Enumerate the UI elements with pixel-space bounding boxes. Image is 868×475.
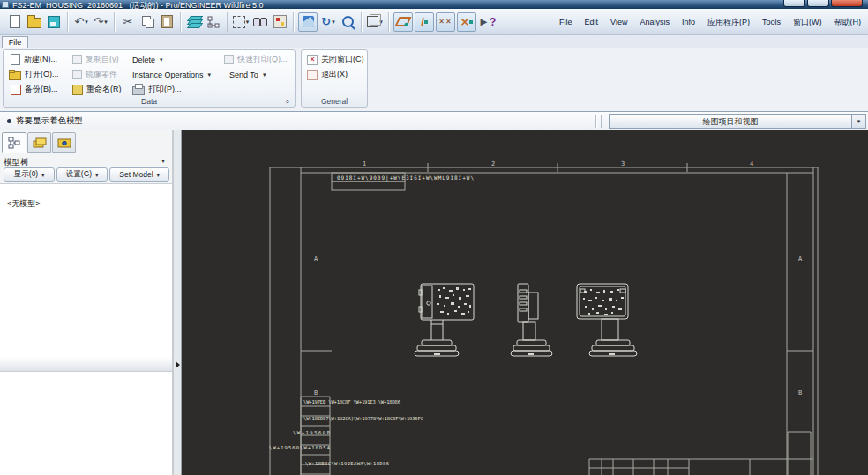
shaded-view-icon[interactable] xyxy=(298,12,318,32)
panel-splitter[interactable] xyxy=(173,130,182,475)
drawing-view-rear[interactable] xyxy=(577,284,637,356)
open-file-icon xyxy=(9,71,21,80)
close-button[interactable] xyxy=(831,0,863,7)
ribbon-group-data: 新建(N)... 复制自(y) Delete▾ 快速打印(Q)... 打开(O)… xyxy=(3,49,296,108)
tab-model-tree[interactable] xyxy=(2,132,26,153)
ribbon-group-general: ✕ 关闭窗口(C) 退出(X) General xyxy=(301,49,368,108)
panel-menu-arrow-icon[interactable]: ▾ xyxy=(161,157,165,165)
save-icon[interactable] xyxy=(45,12,63,32)
toolbar-separator xyxy=(180,12,181,32)
find-icon[interactable] xyxy=(251,12,269,32)
svg-text:A: A xyxy=(314,256,318,263)
menu-window[interactable]: 窗口(W) xyxy=(793,17,822,28)
datum-axes-toggle-icon[interactable]: / xyxy=(415,12,434,32)
maximize-button[interactable] xyxy=(807,0,829,7)
print-button[interactable]: 打印(P)... xyxy=(132,83,182,96)
title-block xyxy=(589,432,813,475)
menu-edit[interactable]: Edit xyxy=(585,18,599,26)
new-button[interactable]: 新建(N)... xyxy=(11,53,57,66)
menu-bar: File Edit View Analysis Info 应用程序(P) Too… xyxy=(559,9,861,35)
menu-file[interactable]: File xyxy=(559,18,572,26)
favorites-folder-icon xyxy=(57,137,71,148)
svg-text:\W+18B8C\W+192EAWA\W+18D86: \W+18B8C\W+192EAWA\W+18D86 xyxy=(305,461,389,466)
datum-planes-toggle-icon[interactable] xyxy=(393,12,413,32)
menu-tools[interactable]: Tools xyxy=(762,18,781,26)
menu-help[interactable]: 帮助(H) xyxy=(834,17,862,28)
rename-button[interactable]: 重命名(R) xyxy=(72,83,122,96)
menu-applications[interactable]: 应用程序(P) xyxy=(707,17,750,28)
send-to-button[interactable]: Send To▾ xyxy=(229,68,266,81)
top-note: 09I8I+W\9009|+W\E3I6I+W\WML9I8I+W\ xyxy=(332,173,474,190)
new-file-icon xyxy=(11,54,20,65)
chevron-down-icon[interactable]: ▾ xyxy=(851,115,865,128)
redo-icon[interactable]: ↷▾ xyxy=(92,12,109,32)
repaint-icon[interactable]: ↻▾ xyxy=(319,12,337,32)
datum-csys-toggle-icon[interactable]: ⨯ xyxy=(457,12,476,32)
tree-section-divider xyxy=(0,357,172,372)
svg-text:\W+19560\W+18D5A: \W+19560\W+18D5A xyxy=(269,445,331,450)
main-area: 模型树 ▾ 显示(0)▾ 设置(G)▾ Set Model▾ <无模型> xyxy=(0,130,868,475)
copy-icon[interactable] xyxy=(138,12,156,32)
svg-text:B: B xyxy=(798,390,802,397)
mirror-part-button[interactable]: 镜像零件 xyxy=(72,68,117,81)
drawing-items-combobox[interactable]: 绘图项目和视图 ▾ xyxy=(609,114,866,129)
statusbar-separator xyxy=(595,115,596,128)
minimize-button[interactable] xyxy=(783,0,805,7)
layers-icon[interactable] xyxy=(185,12,203,32)
svg-text:2: 2 xyxy=(491,160,495,167)
backup-button[interactable]: 备份(B)... xyxy=(11,83,58,96)
cut-icon[interactable]: ✂ xyxy=(119,12,137,32)
tab-folder-browser[interactable] xyxy=(27,132,51,153)
application-window: FS2-EM_HOUSING_20160601_ (活动的) - Pro/ENG… xyxy=(0,0,868,475)
drawing-canvas[interactable]: 1 2 3 4 A A B B 09I8I+W\9009|+W\E3I6I+W\… xyxy=(182,130,868,475)
instance-operations-button[interactable]: Instance Operations▾ xyxy=(132,68,211,81)
model-tree-area[interactable]: <无模型> xyxy=(0,183,172,475)
zoom-icon[interactable] xyxy=(339,12,356,32)
paste-icon[interactable] xyxy=(158,12,176,32)
toolbar-separator xyxy=(293,12,294,32)
app-icon xyxy=(2,1,9,8)
ribbon-tab-strip: File xyxy=(0,35,868,48)
drawing-view-side[interactable] xyxy=(511,284,552,356)
quick-print-button[interactable]: 快速打印(Q)... xyxy=(224,53,288,66)
copy-from-button[interactable]: 复制自(y) xyxy=(72,53,119,66)
collapse-chevron-icon[interactable]: » xyxy=(282,99,291,103)
message-bar: 将要显示着色模型 绘图项目和视图 ▾ xyxy=(0,112,868,131)
set-model-button[interactable]: Set Model▾ xyxy=(109,167,169,182)
settings-button[interactable]: 设置(G)▾ xyxy=(56,167,108,182)
search-environment-icon[interactable] xyxy=(271,12,288,32)
tab-favorites[interactable] xyxy=(52,132,76,153)
exit-button[interactable]: 退出(X) xyxy=(307,68,348,81)
saved-views-icon[interactable]: ▾ xyxy=(366,12,384,32)
svg-text:09I8I+W\9009|+W\E3I6I+W\WML9I8: 09I8I+W\9009|+W\E3I6I+W\WML9I8I+W\ xyxy=(337,174,474,182)
menu-view[interactable]: View xyxy=(610,18,627,26)
select-icon[interactable]: ▾ xyxy=(232,12,250,32)
zone-labels: 1 2 3 4 A A B B xyxy=(314,160,803,397)
delete-button[interactable]: Delete▾ xyxy=(132,53,163,66)
close-window-icon: ✕ xyxy=(307,55,318,65)
status-message: 将要显示着色模型 xyxy=(16,115,83,127)
menu-analysis[interactable]: Analysis xyxy=(640,18,670,26)
copy-from-icon xyxy=(72,55,82,64)
collapse-arrow-icon[interactable] xyxy=(176,361,180,368)
datum-points-toggle-icon[interactable]: ✕✕ xyxy=(436,12,455,32)
model-structure-icon[interactable] xyxy=(205,12,222,32)
open-icon[interactable] xyxy=(26,12,43,32)
toolbar-separator xyxy=(388,12,389,32)
show-button[interactable]: 显示(0)▾ xyxy=(4,167,55,182)
sheet-frame xyxy=(270,163,818,475)
open-button[interactable]: 打开(O)... xyxy=(9,68,59,81)
tab-file[interactable]: File xyxy=(2,36,28,48)
undo-icon[interactable]: ↶▾ xyxy=(72,12,90,32)
close-window-button[interactable]: ✕ 关闭窗口(C) xyxy=(307,53,364,66)
svg-text:\W+18ED87\W+192CA)\W+19770\W+1: \W+18ED87\W+192CA)\W+19770\W+18C8F\W+193… xyxy=(303,416,423,421)
drawing-view-front[interactable] xyxy=(415,284,474,356)
menu-info[interactable]: Info xyxy=(682,18,695,26)
context-help-icon[interactable]: ►? xyxy=(478,12,496,32)
svg-text:B: B xyxy=(314,390,318,397)
new-icon[interactable] xyxy=(6,12,24,32)
combobox-value: 绘图项目和视图 xyxy=(610,116,851,128)
toolbar-separator xyxy=(114,12,115,32)
svg-text:3: 3 xyxy=(621,160,625,167)
general-group-label: General xyxy=(302,97,367,106)
